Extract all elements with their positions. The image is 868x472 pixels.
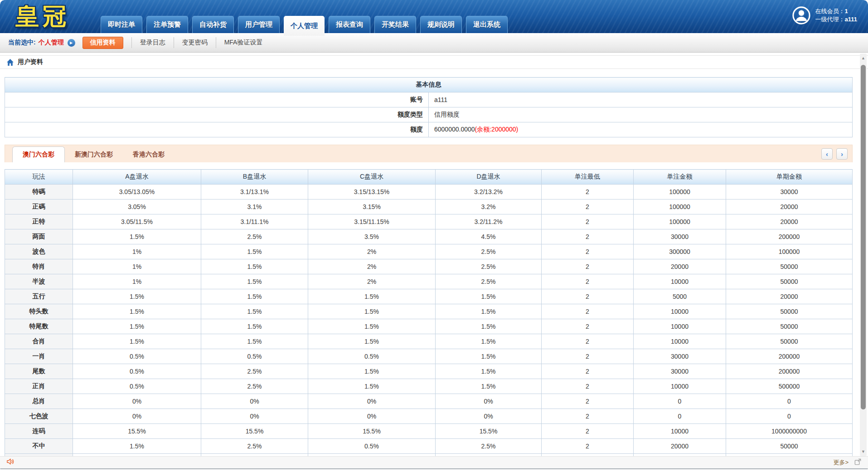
tab-hongkong-lottery[interactable]: 香港六合彩 <box>123 146 175 162</box>
table-row: 特碼 3.05/13.05% 3.1/13.1% 3.15/13.15% 3.2… <box>5 185 853 200</box>
main-content: 基本信息 账号 a111 额度类型 信用额度 额度 6000000.0000(余… <box>0 77 868 457</box>
more-link[interactable]: 更多> <box>833 458 849 467</box>
vertical-scrollbar[interactable]: ▲ ▼ <box>860 54 867 456</box>
bet-amount-cell: 5000 <box>634 289 726 304</box>
a-rebate-cell: 0.5% <box>73 364 201 379</box>
user-avatar-icon[interactable] <box>792 6 811 25</box>
credit-type-label: 额度类型 <box>5 107 429 122</box>
nav-personal-management[interactable]: 个人管理 <box>284 16 325 36</box>
b-rebate-cell: 2.5% <box>201 364 308 379</box>
b-rebate-cell: 1.5% <box>201 289 308 304</box>
bet-amount-cell: 100000 <box>634 200 726 214</box>
nav-instant-bets[interactable]: 即时注单 <box>101 16 142 33</box>
bet-amount-cell: 10000 <box>634 304 726 319</box>
menu-login-log[interactable]: 登录日志 <box>140 39 165 47</box>
c-rebate-cell: 2% <box>308 244 436 259</box>
nav-bet-alerts[interactable]: 注单预警 <box>146 16 188 33</box>
nav-auto-restock[interactable]: 自动补货 <box>192 16 234 33</box>
min-bet-cell: 2 <box>542 274 634 289</box>
agent-level-label: 一级代理： <box>815 16 845 23</box>
popout-icon[interactable] <box>854 458 862 467</box>
period-amount-cell: 50000 <box>726 259 853 274</box>
tab-macau-lottery[interactable]: 澳门六合彩 <box>12 146 65 162</box>
play-type-cell: 连码 <box>5 424 73 439</box>
col-min-bet: 单注最低 <box>542 170 634 185</box>
table-row: 不中 1.5% 2.5% 0.5% 2.5% 2 20000 50000 <box>5 439 853 454</box>
d-rebate-cell: 4.5% <box>436 229 542 244</box>
nav-draw-results[interactable]: 开奖结果 <box>374 16 416 33</box>
page-title-bar: 用户资料 <box>0 55 868 69</box>
nav-report-query[interactable]: 报表查询 <box>329 16 370 33</box>
play-type-cell: 特肖 <box>5 259 73 274</box>
b-rebate-cell: 2.5% <box>201 229 308 244</box>
page-title: 用户资料 <box>18 58 43 66</box>
table-row: 正碼 3.05% 3.1% 3.15% 3.2% 2 100000 20000 <box>5 200 853 214</box>
a-rebate-cell: 1% <box>73 244 201 259</box>
min-bet-cell: 2 <box>542 439 634 454</box>
breadcrumb-bar: 当前选中: 个人管理 ▶ 信用资料 登录日志 变更密码 MFA验证设置 <box>0 33 868 53</box>
period-amount-cell: 200000 <box>726 349 853 364</box>
table-row: 额度 6000000.0000(余额:2000000) <box>5 122 853 137</box>
d-rebate-cell: 1.5% <box>436 304 542 319</box>
menu-change-password[interactable]: 变更密码 <box>182 39 208 47</box>
a-rebate-cell: 0% <box>73 394 201 409</box>
odds-header-row: 玩法 A盘退水 B盘退水 C盘退水 D盘退水 单注最低 单注金额 单期金额 <box>5 170 853 185</box>
d-rebate-cell: 2.5% <box>436 244 542 259</box>
period-amount-cell: 20000 <box>726 214 853 229</box>
d-rebate-cell: 3.2% <box>436 200 542 214</box>
min-bet-cell: 2 <box>542 364 634 379</box>
b-rebate-cell: 2.5% <box>201 379 308 394</box>
footer-actions: 更多> <box>833 458 862 467</box>
d-rebate-cell: 2.5% <box>436 259 542 274</box>
b-rebate-cell: 3.1/11.1% <box>201 214 308 229</box>
credit-info-button[interactable]: 信用资料 <box>82 37 123 49</box>
play-type-cell: 特头数 <box>5 304 73 319</box>
period-amount-cell: 1000000000 <box>726 424 853 439</box>
a-rebate-cell: 0.5% <box>73 349 201 364</box>
odds-table: 玩法 A盘退水 B盘退水 C盘退水 D盘退水 单注最低 单注金额 单期金额 特碼… <box>5 169 853 454</box>
a-rebate-cell: 1.5% <box>73 334 201 349</box>
table-row: 特肖 1% 1.5% 2% 2.5% 2 20000 50000 <box>5 259 853 274</box>
c-rebate-cell: 1.5% <box>308 379 436 394</box>
b-rebate-cell: 1.5% <box>201 304 308 319</box>
scrollbar-thumb[interactable] <box>861 65 866 409</box>
c-rebate-cell: 3.15% <box>308 200 436 214</box>
bet-amount-cell: 0 <box>634 394 726 409</box>
bet-amount-cell: 10000 <box>634 274 726 289</box>
c-rebate-cell: 1.5% <box>308 319 436 334</box>
table-row: 特尾数 1.5% 1.5% 1.5% 1.5% 2 10000 50000 <box>5 319 853 334</box>
arrow-up-icon[interactable]: ▲ <box>860 54 867 62</box>
arrow-down-icon[interactable]: ▼ <box>860 448 867 455</box>
c-rebate-cell: 1.5% <box>308 334 436 349</box>
nav-rules[interactable]: 规则说明 <box>420 16 462 33</box>
bet-amount-cell: 300000 <box>634 244 726 259</box>
menu-mfa-settings[interactable]: MFA验证设置 <box>224 39 263 47</box>
tab-new-macau-lottery[interactable]: 新澳门六合彩 <box>65 146 123 162</box>
nav-logout[interactable]: 退出系统 <box>466 16 508 33</box>
bet-amount-cell: 30000 <box>634 364 726 379</box>
period-amount-cell: 30000 <box>726 185 853 200</box>
min-bet-cell: 2 <box>542 334 634 349</box>
lottery-tab-strip: 澳门六合彩 新澳门六合彩 香港六合彩 ‹ › <box>5 145 853 162</box>
a-rebate-cell: 1% <box>73 274 201 289</box>
bet-amount-cell: 10000 <box>634 379 726 394</box>
chevron-right-circle-icon: ▶ <box>68 39 75 47</box>
a-rebate-cell: 1.5% <box>73 289 201 304</box>
divider <box>174 37 174 48</box>
min-bet-cell: 2 <box>542 229 634 244</box>
c-rebate-cell: 15.5% <box>308 424 436 439</box>
min-bet-cell: 2 <box>542 185 634 200</box>
chevron-left-icon[interactable]: ‹ <box>821 148 833 160</box>
play-type-cell: 半波 <box>5 274 73 289</box>
speaker-icon[interactable] <box>6 458 15 467</box>
b-rebate-cell: 0% <box>201 409 308 424</box>
breadcrumb-current: 个人管理 <box>39 39 64 47</box>
chevron-right-icon[interactable]: › <box>836 148 848 160</box>
col-play-type: 玩法 <box>5 170 73 185</box>
a-rebate-cell: 0.5% <box>73 379 201 394</box>
play-type-cell: 总肖 <box>5 394 73 409</box>
nav-user-management[interactable]: 用户管理 <box>238 16 280 33</box>
play-type-cell: 尾数 <box>5 364 73 379</box>
breadcrumb-label: 当前选中: <box>8 39 36 47</box>
d-rebate-cell: 3.2/11.2% <box>436 214 542 229</box>
